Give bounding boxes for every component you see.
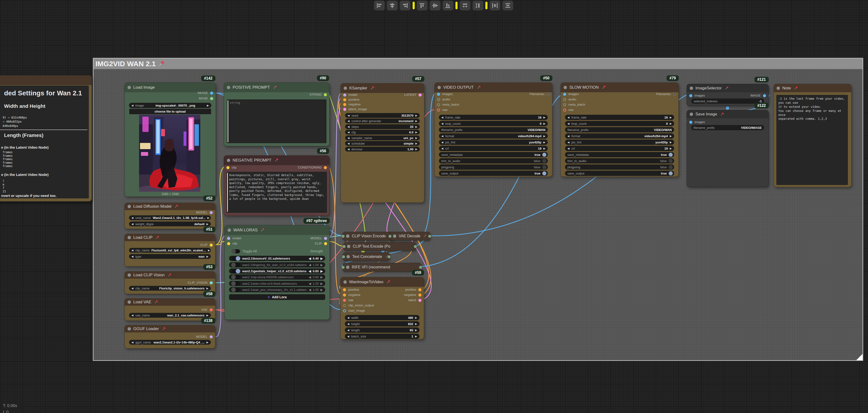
toggle-knob[interactable] <box>542 153 546 157</box>
pingpong-toggle[interactable]: pingpongfalse <box>565 165 674 170</box>
ksampler-node[interactable]: KSampler modelLATENT positive negative l… <box>341 83 424 203</box>
load-image-node[interactable]: Load Image IMAGE MASK ◀ image img-upscal… <box>124 82 216 197</box>
collapse-dot[interactable] <box>128 273 131 277</box>
decrement-arrow-icon[interactable]: ◀ <box>131 254 133 259</box>
decrement-arrow-icon[interactable]: ◀ <box>441 146 443 151</box>
clip-text-encode-node[interactable]: CLIP Text Encode (Po <box>343 242 416 251</box>
collapse-dot[interactable] <box>227 159 230 162</box>
increment-arrow-icon[interactable]: ▶ <box>544 115 546 120</box>
length-widget[interactable]: ◀length65▶ <box>345 328 420 333</box>
node-header[interactable]: Load CLIP Vision <box>125 272 215 279</box>
decrement-arrow-icon[interactable]: ◀ <box>347 321 349 326</box>
increment-arrow-icon[interactable]: ▶ <box>415 135 417 141</box>
loop-count-widget[interactable]: ◀loop_count0▶ <box>439 121 548 126</box>
increment-arrow-icon[interactable]: ▶ <box>544 121 546 126</box>
cfg-widget[interactable]: ◀cfg6.0▶ <box>345 130 420 135</box>
image-output-port[interactable] <box>763 94 766 97</box>
node-header[interactable]: WAN LORAS <box>225 226 330 235</box>
text-concatenate-node[interactable]: Text Concatenate <box>343 252 390 261</box>
toggle-knob[interactable] <box>542 171 546 175</box>
audio-input-port[interactable] <box>437 98 440 101</box>
crf-widget[interactable]: ◀crf19▶ <box>565 146 674 151</box>
collapse-dot[interactable] <box>344 87 347 90</box>
choose-file-button[interactable]: choose file to upload <box>129 108 211 114</box>
seed-widget[interactable]: ◀seed3513570▶ <box>345 113 420 118</box>
increment-arrow-icon[interactable]: ▶ <box>415 124 417 129</box>
align-top-button[interactable] <box>417 0 428 10</box>
collapse-dot[interactable] <box>437 86 441 89</box>
vae-output-port[interactable] <box>210 308 213 311</box>
increment-arrow-icon[interactable]: ▶ <box>207 286 209 291</box>
vae-name-widget[interactable]: ◀vae_namewan_2.1_vae.safetensors▶ <box>129 313 211 318</box>
filenames-output-port[interactable] <box>547 93 550 96</box>
negative-output-port[interactable] <box>418 294 422 297</box>
vae-input-port[interactable] <box>563 108 566 112</box>
collapse-dot[interactable] <box>346 255 350 259</box>
increment-arrow-icon[interactable]: ▶ <box>415 321 417 326</box>
clip-vision-encode-node[interactable]: CLIP Vision Encode <box>342 232 394 240</box>
output-port[interactable] <box>413 245 417 248</box>
node-graph-canvas[interactable]: IMG2VID WAN 2.1 d <box>0 0 868 413</box>
collapse-dot[interactable] <box>777 87 780 90</box>
input-port[interactable] <box>342 245 346 248</box>
model-output-port[interactable] <box>210 335 213 338</box>
positive-output-port[interactable] <box>418 288 422 291</box>
denoise-widget[interactable]: ◀denoise1.00▶ <box>345 147 420 151</box>
decrement-arrow-icon[interactable]: ◀ <box>131 313 133 318</box>
settings-note-header[interactable] <box>0 75 92 85</box>
format-widget[interactable]: ◀formatvideo/h264-mp4▶ <box>439 133 548 139</box>
model-output-port[interactable] <box>324 237 327 240</box>
pingpong-toggle[interactable]: pingpongfalse <box>439 165 548 170</box>
model-input-port[interactable] <box>343 94 346 97</box>
toggle-knob[interactable] <box>669 165 673 169</box>
decrement-arrow-icon[interactable]: ◀ <box>347 118 349 124</box>
steps-widget[interactable]: ◀steps20▶ <box>345 124 420 129</box>
lora-row[interactable]: wan2.1\bounceV_01.safetensors◀0.40▶ <box>229 256 325 261</box>
negative-input-port[interactable] <box>343 103 346 106</box>
vae-input-port[interactable] <box>437 108 440 112</box>
decrement-arrow-icon[interactable]: ◀ <box>131 286 133 291</box>
toggle-knob[interactable] <box>669 153 673 157</box>
note-node[interactable]: Note -1 is the last frame from your vide… <box>773 84 851 187</box>
increment-arrow-icon[interactable]: ▶ <box>320 269 323 273</box>
clip-output-port[interactable] <box>324 242 327 245</box>
clip-input-port[interactable] <box>227 242 230 245</box>
control-after-generate-widget[interactable]: ◀control after generateincrement▶ <box>345 118 420 123</box>
unet-name-widget[interactable]: ◀unet_nameWan2.1\wan2.1_t2v_1.3B_fp16.sa… <box>129 215 211 220</box>
input-port[interactable] <box>341 235 345 238</box>
decrement-arrow-icon[interactable]: ◀ <box>567 133 569 139</box>
pix-fmt-widget[interactable]: ◀pix_fmtyuv420p▶ <box>565 140 674 145</box>
clip-name-widget[interactable]: ◀clip_nameFlux\umt5_xxl_fp8_e4m3fn_scale… <box>129 248 211 253</box>
decrement-arrow-icon[interactable]: ◀ <box>347 146 349 152</box>
sampler-name-widget[interactable]: ◀sampler_nameuni_pc▶ <box>345 136 420 140</box>
crf-widget[interactable]: ◀crf19▶ <box>439 146 548 151</box>
meta-batch-input-port[interactable] <box>563 103 566 106</box>
increment-arrow-icon[interactable]: ▶ <box>544 133 546 139</box>
decrement-arrow-icon[interactable]: ◀ <box>347 315 349 320</box>
align-right-button[interactable] <box>400 0 411 10</box>
image-combo-widget[interactable]: ◀ image img-upscaled-_00070_.png ▶ <box>129 103 211 108</box>
slow-motion-node[interactable]: SLOW MOTION imagesFilenames audio meta_b… <box>560 82 679 177</box>
settings-note-node[interactable]: ded Settings for Wan 2.1 Width and Heigh… <box>0 75 92 202</box>
toggle-knob[interactable] <box>669 159 673 163</box>
save-output-toggle[interactable]: save_outputtrue <box>565 171 674 176</box>
decrement-arrow-icon[interactable]: ◀ <box>347 328 349 333</box>
increment-arrow-icon[interactable]: ▶ <box>415 146 417 152</box>
input-port[interactable] <box>342 255 345 259</box>
add-lora-button[interactable]: +Add Lora <box>229 294 325 300</box>
image-output-port[interactable] <box>210 92 213 95</box>
width-widget[interactable]: ◀width480▶ <box>345 315 420 320</box>
stretch-vertical-button[interactable] <box>472 0 484 10</box>
stretch-horizontal-button[interactable] <box>460 0 470 10</box>
node-header[interactable]: SLOW MOTION <box>561 83 678 92</box>
input-port[interactable] <box>388 235 392 238</box>
align-center-horizontal-button[interactable] <box>387 0 398 10</box>
pix-fmt-widget[interactable]: ◀pix_fmtyuv420p▶ <box>439 140 548 145</box>
node-header[interactable]: Save Image <box>687 110 769 118</box>
node-header[interactable]: Load VAE <box>125 299 215 306</box>
decrement-arrow-icon[interactable]: ◀ <box>347 141 349 146</box>
toggle-knob[interactable] <box>542 159 546 163</box>
images-input-port[interactable] <box>689 121 692 124</box>
node-header[interactable]: KSampler <box>341 83 424 93</box>
batch-size-widget[interactable]: ◀batch_size1▶ <box>345 334 420 339</box>
